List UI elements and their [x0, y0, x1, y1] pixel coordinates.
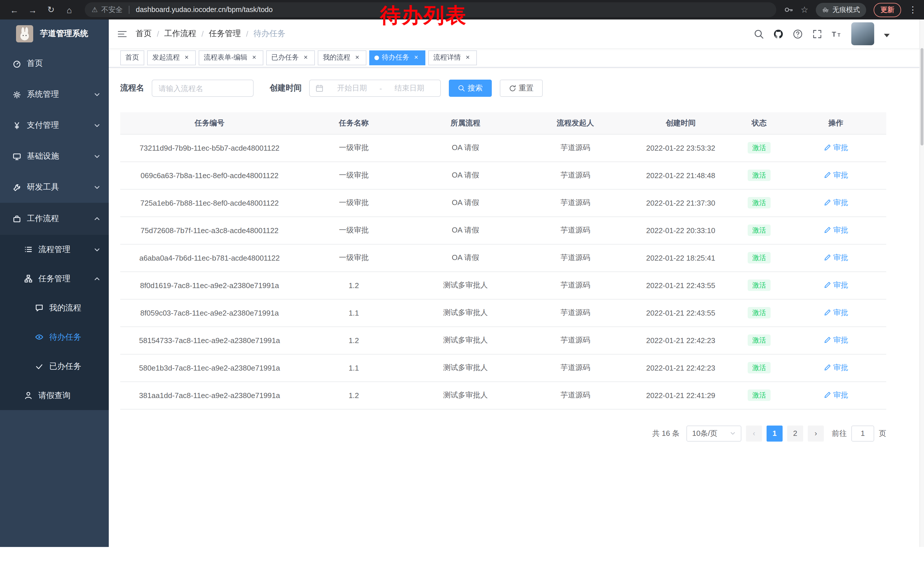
reset-button[interactable]: 重置: [500, 80, 543, 97]
vertical-scrollbar[interactable]: [920, 20, 924, 547]
page-button-2[interactable]: 2: [787, 425, 803, 441]
goto-page-input[interactable]: [851, 425, 874, 441]
sidebar-item-done-tasks[interactable]: 已办任务: [0, 352, 109, 381]
forward-icon[interactable]: →: [25, 2, 40, 17]
cell-process: 测试多审批人: [409, 272, 522, 299]
process-name-input[interactable]: [152, 80, 254, 97]
home-icon[interactable]: ⌂: [62, 2, 77, 17]
next-page-button[interactable]: ›: [808, 425, 824, 441]
close-icon[interactable]: ×: [464, 54, 472, 62]
sidebar-item-infrastructure[interactable]: 基础设施: [0, 141, 109, 172]
cell-status: 激活: [733, 134, 786, 162]
chevron-up-icon: [94, 276, 100, 281]
approve-link[interactable]: 审批: [824, 363, 848, 373]
active-tab-dot: [374, 55, 379, 60]
cell-operation: 审批: [786, 354, 886, 381]
cell-process: OA 请假: [409, 244, 522, 272]
sidebar-item-label: 首页: [27, 59, 43, 69]
sidebar-item-system-mgmt[interactable]: 系统管理: [0, 79, 109, 110]
update-button[interactable]: 更新: [874, 3, 901, 17]
date-range-picker[interactable]: 开始日期 - 结束日期: [309, 80, 441, 97]
approve-link[interactable]: 审批: [824, 252, 848, 263]
tab-form-edit[interactable]: 流程表单-编辑×: [199, 50, 263, 65]
tab-label: 我的流程: [323, 53, 350, 62]
goto-label: 前往: [832, 428, 847, 438]
github-icon[interactable]: [773, 29, 783, 39]
cell-initiator: 芋道源码: [522, 354, 628, 381]
cell-created-time: 2022-01-22 21:48:48: [628, 162, 733, 189]
fullscreen-icon[interactable]: [812, 29, 822, 39]
sidebar-item-dev-tools[interactable]: 研发工具: [0, 172, 109, 203]
cell-status: 激活: [733, 189, 786, 216]
approve-link[interactable]: 审批: [824, 390, 848, 400]
reload-icon[interactable]: ↻: [44, 2, 58, 17]
tab-start-process[interactable]: 发起流程×: [147, 50, 196, 65]
approve-label: 审批: [833, 252, 848, 263]
approve-link[interactable]: 审批: [824, 143, 848, 153]
create-time-label: 创建时间: [270, 83, 302, 93]
help-icon[interactable]: [793, 29, 802, 39]
sidebar-item-task-mgmt[interactable]: 任务管理: [0, 264, 109, 293]
cell-initiator: 芋道源码: [522, 216, 628, 244]
sidebar-item-my-processes[interactable]: 我的流程: [0, 293, 109, 323]
approve-link[interactable]: 审批: [824, 335, 848, 345]
svg-text:T: T: [837, 32, 841, 38]
approve-link[interactable]: 审批: [824, 225, 848, 236]
scrollbar-thumb[interactable]: [921, 48, 923, 146]
search-icon[interactable]: [754, 29, 764, 39]
svg-text:T: T: [832, 30, 836, 38]
breadcrumb-item[interactable]: 任务管理: [209, 29, 241, 39]
sidebar-item-workflow[interactable]: 工作流程: [0, 203, 109, 235]
cell-process: OA 请假: [409, 216, 522, 244]
sidebar-toggle-icon[interactable]: [109, 30, 136, 38]
process-name-label: 流程名: [120, 83, 144, 93]
approve-link[interactable]: 审批: [824, 308, 848, 318]
prev-page-button[interactable]: ‹: [746, 425, 762, 441]
sidebar-item-home[interactable]: 首页: [0, 48, 109, 79]
font-size-icon[interactable]: TT: [832, 29, 842, 39]
password-key-icon[interactable]: [784, 5, 793, 14]
approve-link[interactable]: 审批: [824, 280, 848, 290]
tab-todo-tasks[interactable]: 待办任务×: [369, 50, 425, 65]
tab-done-tasks[interactable]: 已办任务×: [266, 50, 315, 65]
edit-icon: [824, 392, 831, 399]
close-icon[interactable]: ×: [183, 54, 190, 62]
browser-actions: ☆ 无痕模式 更新 ⋮: [784, 3, 917, 17]
breadcrumb-item[interactable]: 工作流程: [164, 29, 196, 39]
sidebar-item-leave-query[interactable]: 请假查询: [0, 381, 109, 410]
sidebar-item-process-mgmt[interactable]: 流程管理: [0, 235, 109, 264]
column-header-task-id: 任务编号: [120, 112, 299, 134]
back-icon[interactable]: ←: [7, 2, 22, 17]
tab-process-detail[interactable]: 流程详情×: [428, 50, 477, 65]
close-icon[interactable]: ×: [250, 54, 258, 62]
breadcrumb-item[interactable]: 首页: [136, 29, 152, 39]
sidebar-item-payment-mgmt[interactable]: 支付管理: [0, 110, 109, 141]
bookmark-star-icon[interactable]: ☆: [801, 5, 808, 15]
url-text: dashboard.yudao.iocoder.cn/bpm/task/todo: [136, 6, 273, 14]
close-icon[interactable]: ×: [302, 54, 310, 62]
page-size-select[interactable]: 10条/页: [686, 425, 741, 441]
close-icon[interactable]: ×: [353, 54, 361, 62]
sidebar-item-todo-tasks[interactable]: 待办任务: [0, 323, 109, 352]
tab-my-processes[interactable]: 我的流程×: [318, 50, 366, 65]
cell-created-time: 2022-01-22 18:25:41: [628, 244, 733, 272]
close-icon[interactable]: ×: [412, 54, 420, 62]
page-button-1[interactable]: 1: [766, 425, 783, 441]
approve-link[interactable]: 审批: [824, 170, 848, 180]
sidebar-item-label: 待办任务: [49, 332, 81, 342]
user-avatar[interactable]: [851, 23, 874, 45]
browser-menu-icon[interactable]: ⋮: [909, 5, 917, 15]
cell-task-id: 8f0d1619-7ac8-11ec-a9e2-a2380e71991a: [120, 272, 299, 299]
avatar-dropdown-caret[interactable]: [884, 33, 890, 40]
cell-initiator: 芋道源码: [522, 134, 628, 162]
cell-process: 测试多审批人: [409, 354, 522, 381]
breadcrumb: 首页/工作流程/任务管理/待办任务: [136, 29, 285, 39]
app-logo[interactable]: 芋道管理系统: [0, 20, 109, 48]
cell-created-time: 2022-01-21 22:43:55: [628, 299, 733, 326]
main-area: 首页/工作流程/任务管理/待办任务 TT 首页发起流程×流程表单-编辑×已办任务…: [109, 20, 924, 547]
approve-link[interactable]: 审批: [824, 198, 848, 208]
refresh-icon: [509, 85, 516, 92]
table-row: 069c6a63-7b8a-11ec-8ef0-acde48001122一级审批…: [120, 162, 886, 189]
search-button[interactable]: 搜索: [449, 80, 492, 97]
tab-home[interactable]: 首页: [120, 50, 144, 65]
